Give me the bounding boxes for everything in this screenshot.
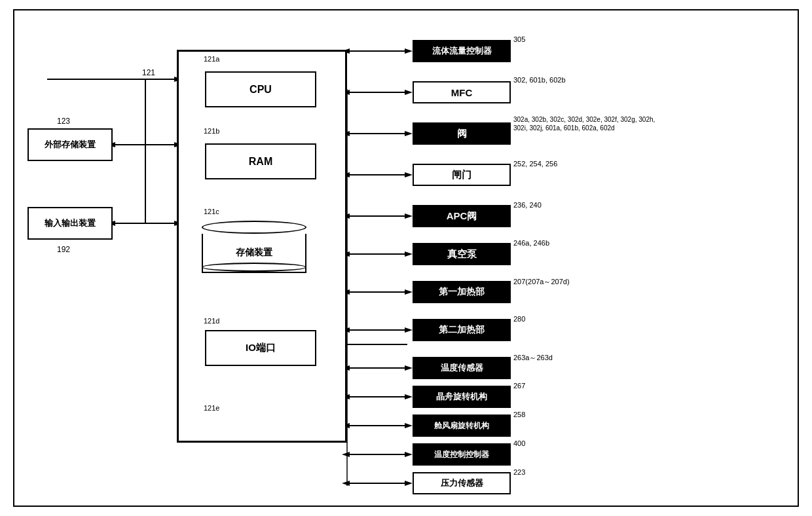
ram-box: RAM bbox=[205, 143, 316, 179]
r6-box: 真空泵 bbox=[413, 243, 511, 265]
r6-ref: 246a, 246b bbox=[513, 239, 549, 247]
r8-ref: 280 bbox=[513, 315, 525, 323]
r12-box: 温度控制控制器 bbox=[413, 443, 511, 466]
svg-marker-16 bbox=[405, 90, 413, 95]
io-port-box: IO端口 bbox=[205, 330, 316, 366]
label-121b: 121b bbox=[204, 127, 219, 135]
r11-ref: 258 bbox=[513, 411, 525, 418]
svg-marker-40 bbox=[405, 394, 413, 399]
r7-ref: 207(207a～207d) bbox=[513, 277, 570, 287]
label-121e: 121e bbox=[204, 404, 219, 412]
svg-marker-46 bbox=[405, 452, 413, 457]
r5-ref: 236, 240 bbox=[513, 201, 542, 209]
svg-marker-13 bbox=[405, 48, 413, 54]
svg-marker-22 bbox=[405, 172, 413, 177]
svg-marker-49 bbox=[405, 481, 413, 486]
svg-marker-25 bbox=[405, 213, 413, 219]
r1-ref: 305 bbox=[513, 35, 525, 43]
cylinder-top bbox=[202, 221, 306, 234]
io-device-box: 输入输出装置 bbox=[28, 207, 113, 240]
r7-box: 第一加热部 bbox=[413, 281, 511, 303]
external-storage-box: 外部存储装置 bbox=[28, 128, 113, 161]
r13-box: 压力传感器 bbox=[413, 472, 511, 494]
storage-cylinder-container: 存储装置 bbox=[202, 221, 320, 273]
diagram-container: 121 外部存储装置 123 输入输出装置 192 121a CPU 121b … bbox=[13, 9, 799, 507]
label-123: 123 bbox=[57, 117, 70, 126]
r2-box: MFC bbox=[413, 81, 511, 103]
label-121a: 121a bbox=[204, 55, 219, 63]
svg-marker-31 bbox=[405, 289, 413, 295]
r10-box: 晶舟旋转机构 bbox=[413, 386, 511, 408]
svg-marker-50 bbox=[342, 481, 350, 486]
svg-marker-37 bbox=[405, 365, 413, 371]
storage-label: 存储装置 bbox=[236, 247, 272, 259]
r3-ref: 302a, 302b, 302c, 302d, 302e, 302f, 302g… bbox=[513, 115, 655, 132]
r5-box: APC阀 bbox=[413, 205, 511, 227]
svg-marker-43 bbox=[405, 423, 413, 428]
svg-marker-28 bbox=[405, 251, 413, 257]
cylinder-body: 存储装置 bbox=[202, 234, 306, 273]
svg-marker-34 bbox=[405, 327, 413, 333]
label-121d: 121d bbox=[204, 317, 219, 325]
r9-ref: 263a～263d bbox=[513, 353, 553, 363]
label-121c: 121c bbox=[204, 208, 219, 215]
svg-marker-19 bbox=[405, 131, 413, 136]
r9-box: 温度传感器 bbox=[413, 357, 511, 379]
r2-ref: 302, 601b, 602b bbox=[513, 76, 566, 84]
label-192: 192 bbox=[57, 245, 70, 254]
r12-ref: 400 bbox=[513, 439, 525, 447]
connection-lines bbox=[14, 10, 798, 506]
r11-box: 舱风扇旋转机构 bbox=[413, 415, 511, 437]
r10-ref: 267 bbox=[513, 382, 525, 390]
r4-box: 闸门 bbox=[413, 164, 511, 186]
center-block: 121a CPU 121b RAM 121c 存储装置 121d IO端口 12… bbox=[177, 50, 347, 443]
cpu-box: CPU bbox=[205, 71, 316, 107]
cylinder-bottom bbox=[202, 263, 306, 272]
r13-ref: 223 bbox=[513, 468, 525, 476]
svg-marker-47 bbox=[342, 452, 350, 457]
r4-ref: 252, 254, 256 bbox=[513, 160, 557, 168]
r3-box: 阀 bbox=[413, 122, 511, 145]
label-121: 121 bbox=[142, 68, 155, 77]
r1-box: 流体流量控制器 bbox=[413, 40, 511, 62]
r8-box: 第二加热部 bbox=[413, 319, 511, 341]
